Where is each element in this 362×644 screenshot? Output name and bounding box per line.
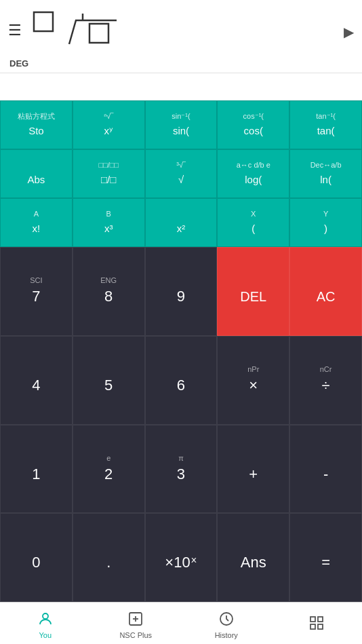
num-key[interactable]: 9	[145, 247, 218, 336]
num-key[interactable]: 5	[73, 336, 145, 425]
key-primary: □/□	[101, 173, 116, 187]
key-primary: ×	[249, 376, 258, 396]
key-primary: Abs	[27, 173, 45, 187]
key-secondary: cos⁻¹(	[243, 112, 264, 124]
sci-key[interactable]: X (	[217, 198, 289, 247]
key-primary: 7	[32, 287, 40, 307]
sci-key[interactable]: B x³	[73, 198, 145, 247]
key-secondary: B	[106, 210, 111, 222]
key-primary: √	[178, 173, 184, 187]
sci-key[interactable]: 粘贴方程式 Sto	[0, 100, 73, 149]
key-primary: DEL	[240, 288, 266, 305]
nav-item-grid[interactable]	[272, 612, 363, 635]
numeric-keys: SCI 7 ENG 8 9 DEL AC 4 5	[0, 247, 362, 602]
sci-key[interactable]: ⁿ√‾ xʸ	[73, 100, 145, 149]
nav-item-history[interactable]: History	[181, 608, 272, 639]
key-primary: 8	[104, 287, 113, 307]
key-secondary: tan⁻¹(	[316, 112, 336, 124]
nav-item-nsc[interactable]: NSC Plus	[91, 608, 182, 639]
key-secondary: Dec↔a/b	[310, 161, 342, 173]
num-key[interactable]: 6	[145, 336, 218, 425]
key-secondary: ENG	[100, 276, 117, 287]
key-secondary: ⁿ√‾	[104, 112, 113, 124]
key-primary: +	[249, 465, 258, 485]
sci-key[interactable]: Y )	[289, 198, 362, 247]
person-icon	[37, 611, 54, 630]
key-primary: -	[323, 465, 328, 485]
formula-svg	[28, 7, 123, 54]
num-key[interactable]: ENG 8	[73, 247, 145, 336]
key-primary: log(	[245, 173, 262, 187]
key-secondary: A	[34, 210, 39, 222]
key-secondary: 粘贴方程式	[18, 112, 55, 124]
scientific-keys: 粘贴方程式 Sto ⁿ√‾ xʸ sin⁻¹( sin( cos⁻¹( cos(…	[0, 100, 362, 247]
calc-body: 粘贴方程式 Sto ⁿ√‾ xʸ sin⁻¹( sin( cos⁻¹( cos(…	[0, 100, 362, 602]
key-primary: )	[324, 222, 327, 235]
send-icon[interactable]: ▶	[344, 24, 354, 40]
nav-label-nsc: NSC Plus	[119, 631, 152, 639]
num-key[interactable]: .	[73, 513, 145, 602]
num-key[interactable]: 1	[0, 425, 73, 514]
num-key[interactable]: -	[289, 425, 362, 514]
num-key[interactable]: nPr ×	[217, 336, 289, 425]
deg-label: DEG	[8, 58, 354, 69]
sci-key[interactable]: sin⁻¹( sin(	[145, 100, 218, 149]
sci-key[interactable]: Dec↔a/b ln(	[289, 149, 362, 198]
num-key[interactable]: +	[217, 425, 289, 514]
svg-rect-10	[310, 624, 315, 629]
sci-key[interactable]: a↔c d/b e log(	[217, 149, 289, 198]
sci-key[interactable]: x²	[145, 198, 218, 247]
display-spacer	[0, 73, 362, 100]
menu-icon[interactable]: ☰	[8, 23, 22, 38]
key-primary: 5	[104, 376, 113, 396]
sci-key[interactable]: ³√‾ √	[145, 149, 218, 198]
grid-icon	[308, 615, 325, 634]
key-primary: cos(	[244, 124, 263, 138]
key-secondary: X	[251, 210, 256, 222]
num-key[interactable]: 4	[0, 336, 73, 425]
num-key[interactable]: nCr ÷	[289, 336, 362, 425]
key-primary: ln(	[320, 173, 331, 187]
key-secondary: □□/□□	[98, 161, 119, 173]
key-primary: Sto	[28, 124, 44, 138]
key-primary: AC	[317, 288, 336, 305]
key-primary: 6	[177, 376, 185, 396]
sci-key[interactable]: Abs	[0, 149, 73, 198]
num-key[interactable]: ×10ˣ	[145, 513, 218, 602]
num-key[interactable]: π 3	[145, 425, 218, 514]
sci-key[interactable]: A x!	[0, 198, 73, 247]
num-key[interactable]: e 2	[73, 425, 145, 514]
key-primary: 1	[32, 465, 40, 485]
num-key[interactable]: Ans	[217, 513, 289, 602]
svg-rect-2	[89, 24, 108, 43]
nav-item-you[interactable]: You	[0, 608, 91, 639]
key-secondary: ³√‾	[176, 161, 185, 173]
formula-display	[28, 7, 337, 54]
key-secondary: e	[106, 454, 110, 465]
key-primary: 9	[177, 287, 185, 307]
svg-point-3	[43, 613, 48, 619]
bottom-nav: You NSC Plus History	[0, 602, 362, 644]
key-secondary: nPr	[247, 365, 259, 376]
key-secondary: a↔c d/b e	[237, 161, 270, 173]
sci-key[interactable]: □□/□□ □/□	[73, 149, 145, 198]
key-primary: (	[252, 222, 255, 235]
sci-key[interactable]: cos⁻¹( cos(	[217, 100, 289, 149]
num-key[interactable]: 0	[0, 513, 73, 602]
key-secondary: sin⁻¹(	[172, 112, 190, 124]
key-secondary: nCr	[320, 365, 332, 376]
num-key[interactable]: =	[289, 513, 362, 602]
nav-label-history: History	[215, 631, 238, 639]
key-secondary: π	[178, 454, 184, 465]
key-primary: x²	[177, 222, 186, 235]
num-key[interactable]: DEL	[217, 247, 289, 336]
svg-rect-0	[34, 12, 53, 31]
key-primary: =	[321, 553, 330, 573]
key-primary: .	[106, 553, 110, 573]
key-primary: sin(	[173, 124, 189, 138]
key-primary: x³	[104, 222, 113, 235]
num-key[interactable]: SCI 7	[0, 247, 73, 336]
svg-rect-9	[318, 617, 323, 622]
num-key[interactable]: AC	[289, 247, 362, 336]
sci-key[interactable]: tan⁻¹( tan(	[289, 100, 362, 149]
